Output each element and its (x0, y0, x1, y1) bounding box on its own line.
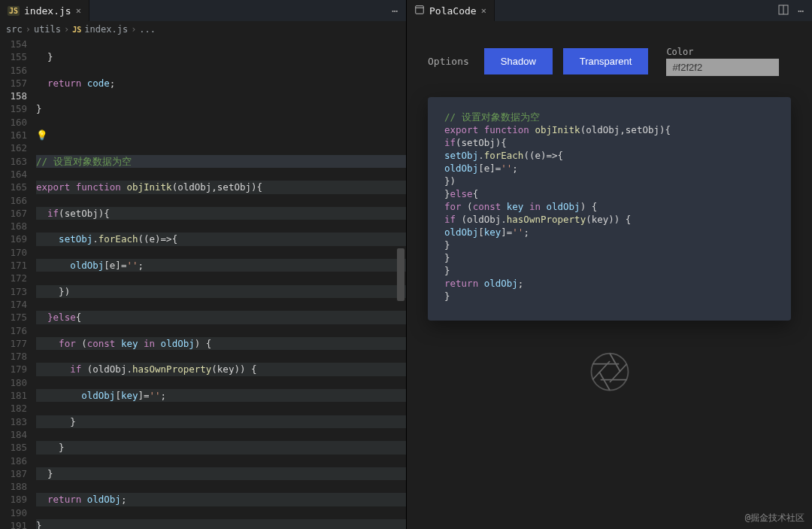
svg-point-4 (591, 354, 628, 391)
shutter-icon[interactable] (589, 351, 631, 393)
transparent-button[interactable]: Transparent (563, 48, 649, 74)
watermark: @掘金技术社区 (745, 512, 804, 524)
scrollbar-thumb[interactable] (397, 248, 404, 301)
options-label: Options (428, 56, 469, 67)
code-line: } (36, 51, 53, 62)
close-icon[interactable]: ✕ (481, 5, 486, 16)
code-line: // 设置对象数据为空 (36, 156, 132, 167)
js-file-icon: JS (8, 6, 20, 16)
preview-icon (414, 5, 425, 17)
breadcrumb-seg[interactable]: utils (34, 24, 61, 35)
breadcrumb-seg[interactable]: src (6, 24, 23, 35)
breadcrumb-seg[interactable]: index.js (84, 24, 128, 35)
chevron-right-icon: › (131, 24, 136, 35)
svg-rect-0 (416, 5, 424, 14)
more-icon[interactable]: ⋯ (392, 5, 398, 17)
tab-index-js[interactable]: JS index.js ✕ (0, 0, 89, 21)
code-snippet-card: // 设置对象数据为空 export function objInitk(old… (428, 97, 791, 321)
code-editor[interactable]: 1541551561571581591601611621631641651661… (0, 38, 406, 529)
lightbulb-icon[interactable]: 💡 (36, 129, 48, 141)
split-editor-icon[interactable] (778, 5, 789, 17)
tab-polacode[interactable]: PolaCode ✕ (407, 0, 495, 21)
right-tab-bar: PolaCode ✕ ⋯ (407, 0, 812, 21)
shadow-button[interactable]: Shadow (484, 48, 553, 74)
breadcrumb-tail[interactable]: ... (139, 24, 156, 35)
chevron-right-icon: › (26, 24, 31, 35)
left-tab-bar: JS index.js ✕ ⋯ (0, 0, 406, 21)
close-icon[interactable]: ✕ (76, 5, 81, 16)
breadcrumb: src › utils › JS index.js › ... (0, 21, 406, 38)
code-area[interactable]: } return code; } 💡 // 设置对象数据为空 export fu… (36, 38, 406, 529)
tab-title: PolaCode (429, 5, 477, 17)
color-input[interactable] (666, 59, 779, 76)
more-icon[interactable]: ⋯ (798, 5, 804, 17)
chevron-right-icon: › (64, 24, 69, 35)
js-file-icon: JS (72, 26, 81, 34)
tab-filename: index.js (24, 5, 71, 17)
options-row: Options Shadow Transparent Color (428, 47, 791, 76)
color-label: Color (666, 47, 779, 57)
line-gutter: 1541551561571581591601611621631641651661… (0, 38, 36, 529)
